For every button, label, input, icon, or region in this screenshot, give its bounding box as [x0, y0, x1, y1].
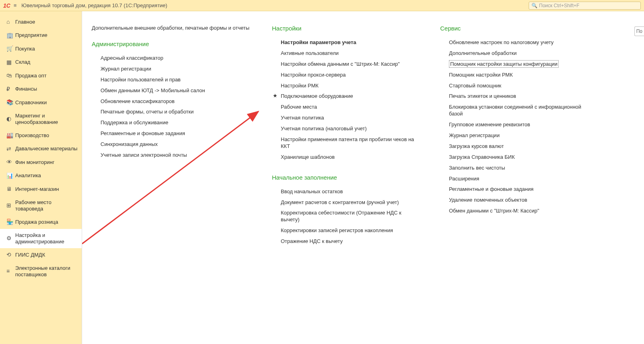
- sidebar-item-6[interactable]: 📚Справочники: [0, 96, 82, 109]
- initial-fill-link-2[interactable]: Корректировка себестоимости (Отражение Н…: [272, 208, 420, 225]
- sidebar-item-9[interactable]: ⇄Давальческие материалы: [0, 142, 82, 156]
- logo-1c: 1С: [3, 2, 10, 9]
- link-label: Учетная политика (налоговый учет): [281, 125, 367, 132]
- right-cut-panel[interactable]: По: [634, 26, 644, 36]
- sidebar-icon: 🛒: [6, 45, 15, 53]
- sidebar-item-0[interactable]: ⌂Главное: [0, 15, 82, 29]
- admin-link-5[interactable]: Печатные формы, отчеты и обработки: [92, 107, 252, 117]
- link-label: Настройки обмена данными с "Штрих-М: Кас…: [281, 61, 400, 67]
- sidebar-item-label: Покупка: [15, 46, 78, 52]
- initial-fill-link-3[interactable]: Корректировки записей регистров накоплен…: [272, 225, 420, 236]
- settings-link-8[interactable]: Учетная политика (налоговый учет): [272, 123, 420, 134]
- service-link-3[interactable]: Помощник настройки РМК: [440, 70, 592, 81]
- sidebar-item-7[interactable]: ◐Маркетинг и ценообразование: [0, 109, 82, 129]
- sidebar-icon: 🏪: [6, 219, 15, 226]
- settings-link-1[interactable]: Активные пользователи: [272, 48, 420, 59]
- service-link-13[interactable]: Регламентные и фоновые задания: [440, 184, 592, 195]
- sidebar-item-13[interactable]: ⊞Рабочее место товароведа: [0, 196, 82, 216]
- sidebar-icon: ⟲: [6, 251, 15, 259]
- initial-fill-link-1[interactable]: Документ расчетов с контрагентом (ручной…: [272, 197, 420, 208]
- link-label: Помощник настройки защиты конфигурации: [449, 60, 559, 68]
- sidebar-icon: 🖥: [6, 186, 15, 193]
- settings-link-10[interactable]: Хранилище шаблонов: [272, 152, 420, 163]
- top-additional-link[interactable]: Дополнительные внешние обработки, печатн…: [92, 25, 252, 31]
- sidebar-item-label: Склад: [15, 59, 78, 65]
- initial-fill-link-4[interactable]: Отражение НДС к вычету: [272, 236, 420, 247]
- admin-link-0[interactable]: Адресный классификатор: [92, 53, 252, 64]
- settings-link-3[interactable]: Настройки прокси-сервера: [272, 70, 420, 81]
- admin-link-1[interactable]: Журнал регистрации: [92, 64, 252, 75]
- sidebar-item-14[interactable]: 🏪Продажа розница: [0, 215, 82, 229]
- search-input[interactable]: 🔍 Поиск Ctrl+Shift+F: [529, 2, 641, 10]
- admin-link-3[interactable]: Обмен данными ЮТД -> Мобильный салон: [92, 85, 252, 96]
- sidebar-icon: ⊞: [6, 202, 15, 209]
- service-link-2[interactable]: Помощник настройки защиты конфигурации: [440, 59, 592, 70]
- sidebar-item-12[interactable]: 🖥Интернет-магазин: [0, 182, 82, 196]
- service-link-14[interactable]: Удаление помеченных объектов: [440, 195, 592, 206]
- admin-link-2[interactable]: Настройки пользователей и прав: [92, 75, 252, 85]
- service-link-10[interactable]: Загрузка Справочника БИК: [440, 152, 592, 163]
- sidebar-item-3[interactable]: ▦Склад: [0, 56, 82, 69]
- link-label: Хранилище шаблонов: [281, 154, 335, 160]
- sidebar-item-4[interactable]: 🛍Продажа опт: [0, 69, 82, 83]
- section-settings-header: Настройки: [272, 25, 420, 32]
- sidebar-item-label: Давальческие материалы: [15, 146, 78, 152]
- settings-link-7[interactable]: Учетная политика: [272, 113, 420, 123]
- service-link-5[interactable]: Печать этикеток и ценников: [440, 91, 592, 102]
- service-link-4[interactable]: Стартовый помощник: [440, 81, 592, 91]
- menu-burger-icon[interactable]: ≡: [14, 2, 17, 8]
- link-label: Подключаемое оборудование: [281, 93, 353, 99]
- link-label: Заполнить вес чистоты: [449, 165, 505, 171]
- sidebar-item-label: Производство: [15, 132, 78, 139]
- service-link-12[interactable]: Расширения: [440, 174, 592, 184]
- service-link-8[interactable]: Журнал регистрации: [440, 130, 592, 141]
- sidebar-item-2[interactable]: 🛒Покупка: [0, 42, 82, 56]
- section-administration-header: Администрирование: [92, 40, 252, 47]
- service-link-1[interactable]: Дополнительные обработки: [440, 48, 592, 59]
- link-label: Загрузка курсов валют: [449, 143, 504, 149]
- sidebar-item-8[interactable]: 🏭Производство: [0, 129, 82, 142]
- sidebar-item-17[interactable]: ≡Электронные каталоги поставщиков: [0, 262, 82, 281]
- sidebar-item-5[interactable]: ₽Финансы: [0, 83, 82, 96]
- link-label: Учетная политика: [281, 115, 324, 121]
- sidebar-icon: ⇄: [6, 146, 15, 153]
- sidebar-item-10[interactable]: 👁Фин мониторинг: [0, 156, 82, 169]
- link-label: Помощник настройки РМК: [449, 72, 513, 78]
- sidebar-item-15[interactable]: ⚙Настройка и администрирование: [0, 229, 82, 249]
- service-link-7[interactable]: Групповое изменение реквизитов: [440, 119, 592, 130]
- link-label: Активные пользователи: [281, 50, 339, 56]
- settings-link-9[interactable]: Настройки применения патента при пробити…: [272, 134, 420, 152]
- sidebar-item-label: Справочники: [15, 99, 78, 106]
- search-placeholder: Поиск Ctrl+Shift+F: [539, 3, 580, 8]
- admin-link-8[interactable]: Синхронизация данных: [92, 139, 252, 150]
- link-label: Журнал регистрации: [449, 132, 499, 138]
- search-icon: 🔍: [531, 3, 537, 8]
- settings-link-4[interactable]: Настройки РМК: [272, 81, 420, 91]
- link-label: Настройки параметров учета: [281, 39, 356, 45]
- service-link-0[interactable]: Обновление настроек по налоговому учету: [440, 37, 592, 48]
- service-link-9[interactable]: Загрузка курсов валют: [440, 141, 592, 152]
- sidebar-item-label: Главное: [15, 19, 78, 25]
- admin-link-7[interactable]: Регламентные и фоновые задания: [92, 128, 252, 139]
- sidebar-item-1[interactable]: 🏢Предприятие: [0, 29, 82, 42]
- service-link-15[interactable]: Обмен данными с "Штрих-М: Кассир": [440, 206, 592, 217]
- app-title: Ювелирный торговый дом, редакция 10.7 (1…: [22, 2, 529, 8]
- initial-fill-link-0[interactable]: Ввод начальных остатков: [272, 186, 420, 197]
- admin-link-9[interactable]: Учетные записи электронной почты: [92, 150, 252, 161]
- settings-link-6[interactable]: Рабочие места: [272, 102, 420, 113]
- link-label: Расширения: [449, 176, 479, 182]
- service-link-6[interactable]: Блокировка установки соединений с информ…: [440, 102, 592, 119]
- settings-link-5[interactable]: ★Подключаемое оборудование: [272, 91, 420, 102]
- service-link-11[interactable]: Заполнить вес чистоты: [440, 163, 592, 174]
- sidebar-item-label: Рабочее место товароведа: [15, 199, 78, 212]
- admin-link-6[interactable]: Поддержка и обслуживание: [92, 117, 252, 128]
- sidebar-icon: 🏢: [6, 32, 15, 39]
- link-label: Регламентные и фоновые задания: [449, 186, 533, 192]
- admin-link-4[interactable]: Обновление классификаторов: [92, 96, 252, 107]
- link-label: Удаление помеченных объектов: [449, 197, 527, 203]
- sidebar-item-16[interactable]: ⟲ГИИС ДМДК: [0, 248, 82, 262]
- settings-link-2[interactable]: Настройки обмена данными с "Штрих-М: Кас…: [272, 59, 420, 70]
- sidebar-item-11[interactable]: 📊Аналитика: [0, 169, 82, 183]
- settings-link-0[interactable]: Настройки параметров учета: [272, 37, 420, 48]
- sidebar-icon: ▦: [6, 59, 15, 66]
